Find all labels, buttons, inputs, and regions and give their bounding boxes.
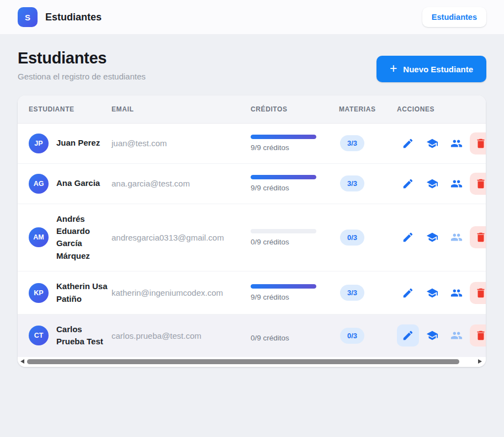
- plus-icon: +: [390, 62, 397, 75]
- student-name: Andrés Eduardo García Márquez: [56, 213, 112, 263]
- group-button[interactable]: [445, 226, 468, 248]
- people-icon: [450, 137, 463, 150]
- materias-badge: 3/3: [340, 135, 364, 151]
- people-icon: [450, 178, 463, 190]
- materias-badge: 0/3: [340, 230, 364, 246]
- student-email: ana.garcia@test.com: [112, 163, 251, 204]
- horizontal-scrollbar[interactable]: [18, 357, 486, 367]
- table-header-row: ESTUDIANTE EMAIL CRÉDITOS MATERIAS ACCIO…: [18, 95, 486, 123]
- credits-progress: [251, 175, 316, 179]
- table-row: AM Andrés Eduardo García Márquez andresg…: [18, 204, 486, 271]
- subjects-button[interactable]: [421, 226, 443, 248]
- trash-icon: [475, 178, 486, 190]
- students-table: ESTUDIANTE EMAIL CRÉDITOS MATERIAS ACCIO…: [18, 95, 486, 357]
- avatar: JP: [29, 134, 49, 153]
- main-content: Estudiantes Gestiona el registro de estu…: [0, 35, 504, 367]
- scroll-right-arrow-icon[interactable]: [478, 359, 482, 364]
- delete-button[interactable]: [470, 226, 486, 248]
- table-row: JP Juan Perez juan@test.com 9/9 créditos…: [18, 123, 486, 163]
- student-name: Carlos Prueba Test: [56, 323, 112, 348]
- page-subtitle: Gestiona el registro de estudiantes: [18, 72, 146, 81]
- student-email: katherin@ingeniumcodex.com: [112, 271, 251, 315]
- scroll-left-arrow-icon[interactable]: [20, 359, 24, 364]
- avatar: CT: [29, 326, 49, 345]
- credits-progress: [251, 229, 316, 233]
- group-button[interactable]: [445, 282, 468, 304]
- credits-progress: [251, 284, 316, 289]
- scrollbar-thumb[interactable]: [27, 359, 459, 364]
- pencil-icon: [402, 137, 414, 150]
- page-title: Estudiantes: [18, 49, 146, 67]
- nav-estudiantes-button[interactable]: Estudiantes: [422, 7, 486, 27]
- column-header-estudiante: ESTUDIANTE: [18, 95, 112, 123]
- credits-label: 0/9 créditos: [251, 334, 339, 342]
- graduation-cap-icon: [426, 329, 438, 342]
- column-header-creditos: CRÉDITOS: [251, 95, 339, 123]
- edit-button[interactable]: [397, 226, 419, 248]
- edit-button[interactable]: [397, 132, 419, 154]
- credits-progress: [251, 135, 316, 139]
- pencil-icon: [402, 231, 414, 243]
- materias-badge: 0/3: [340, 328, 364, 344]
- people-icon: [450, 287, 463, 299]
- materias-badge: 3/3: [340, 175, 364, 191]
- top-bar: S Estudiantes Estudiantes: [0, 0, 504, 35]
- avatar: KP: [29, 283, 49, 303]
- delete-button[interactable]: [470, 282, 486, 304]
- table-row: KP Katherin Usa Patiño katherin@ingenium…: [18, 271, 486, 315]
- trash-icon: [475, 231, 486, 243]
- pencil-icon: [402, 287, 414, 299]
- avatar: AM: [29, 227, 49, 247]
- subjects-button[interactable]: [421, 282, 443, 304]
- group-button[interactable]: [445, 324, 468, 347]
- edit-button[interactable]: [397, 173, 419, 195]
- people-icon: [450, 231, 463, 243]
- subjects-button[interactable]: [421, 173, 443, 195]
- group-button[interactable]: [445, 132, 468, 154]
- app-logo: S: [18, 7, 38, 27]
- avatar: AG: [29, 174, 49, 194]
- column-header-email: EMAIL: [112, 95, 251, 123]
- edit-button[interactable]: [397, 282, 419, 304]
- credits-label: 0/9 créditos: [251, 238, 339, 246]
- subjects-button[interactable]: [421, 132, 443, 154]
- student-name: Katherin Usa Patiño: [56, 280, 112, 305]
- delete-button[interactable]: [470, 324, 486, 347]
- trash-icon: [475, 287, 486, 299]
- student-email: carlos.prueba@test.com: [112, 314, 251, 356]
- subjects-button[interactable]: [421, 324, 443, 347]
- graduation-cap-icon: [426, 137, 438, 150]
- edit-button[interactable]: [397, 324, 419, 347]
- graduation-cap-icon: [426, 231, 438, 243]
- column-header-materias: MATERIAS: [339, 95, 397, 123]
- credits-label: 9/9 créditos: [251, 184, 339, 192]
- pencil-icon: [402, 178, 414, 190]
- delete-button[interactable]: [470, 132, 486, 154]
- table-row: CT Carlos Prueba Test carlos.prueba@test…: [18, 314, 486, 356]
- trash-icon: [475, 137, 486, 150]
- materias-badge: 3/3: [340, 285, 364, 301]
- people-icon: [450, 329, 463, 342]
- credits-label: 9/9 créditos: [251, 143, 339, 152]
- new-student-button[interactable]: + Nuevo Estudiante: [376, 56, 486, 82]
- students-table-card: ESTUDIANTE EMAIL CRÉDITOS MATERIAS ACCIO…: [18, 95, 486, 367]
- graduation-cap-icon: [426, 178, 438, 190]
- student-name: Ana Garcia: [56, 177, 100, 189]
- credits-label: 9/9 créditos: [251, 293, 339, 301]
- student-name: Juan Perez: [56, 137, 100, 149]
- column-header-acciones: ACCIONES: [397, 95, 486, 123]
- student-email: andresgarcia0313@gmail.com: [112, 204, 251, 271]
- graduation-cap-icon: [426, 287, 438, 299]
- new-student-label: Nuevo Estudiante: [403, 65, 473, 74]
- student-email: juan@test.com: [112, 123, 251, 163]
- table-row: AG Ana Garcia ana.garcia@test.com 9/9 cr…: [18, 163, 486, 204]
- pencil-icon: [402, 329, 414, 342]
- group-button[interactable]: [445, 173, 468, 195]
- trash-icon: [475, 329, 486, 342]
- delete-button[interactable]: [470, 173, 486, 195]
- app-title: Estudiantes: [45, 12, 102, 23]
